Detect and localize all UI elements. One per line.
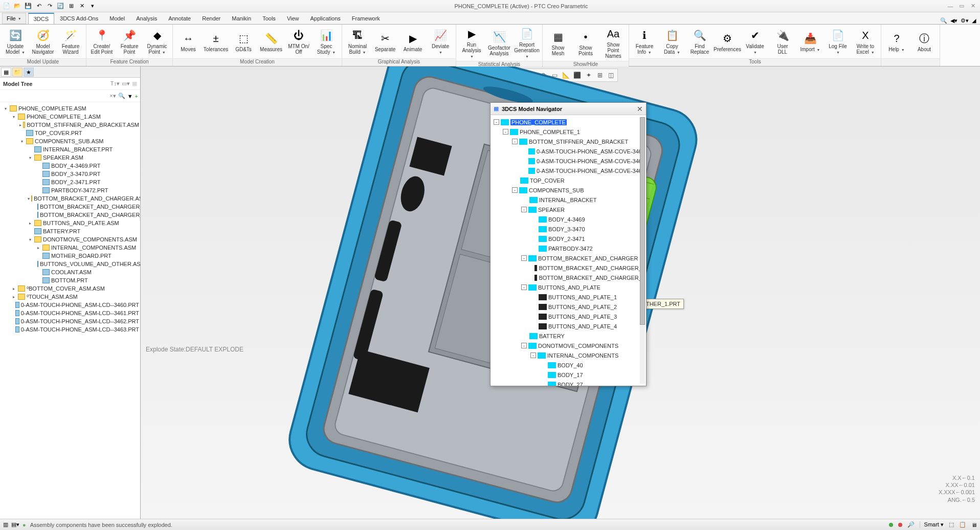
navigator-node[interactable]: BUTTONS_AND_PLATE_2 [492, 302, 645, 312]
ribbon-show-mesh-button[interactable]: ▦ShowMesh [546, 29, 570, 57]
navigator-node[interactable]: BUTTONS_AND_PLATE_1 [492, 292, 645, 302]
tree-node[interactable]: MOTHER_BOARD.PRT [1, 252, 139, 260]
navigator-node[interactable]: INTERNAL_BRACKET [492, 195, 645, 205]
ribbon-update-model-button[interactable]: 🔄UpdateModel ▼ [3, 27, 28, 56]
tree-node[interactable]: ▾BOTTOM_BRACKET_AND_CHARGER.ASM [1, 194, 139, 203]
navigator-node[interactable]: BODY_2-3471 [492, 234, 645, 244]
ribbon-feature-info-button[interactable]: ℹFeatureInfo ▼ [632, 27, 657, 56]
navigator-node[interactable]: 0-ASM-TOUCH-PHONE_ASM-COVE-3465 [492, 156, 645, 166]
selection-filter[interactable]: Smart ▾ [920, 521, 944, 528]
status-screen-icon[interactable]: 🖥 [971, 522, 977, 528]
navigator-node[interactable]: -COMPONENTS_SUB [492, 185, 645, 195]
tree-node[interactable]: 0-ASM-TOUCH-PHONE_ASM-LCD--3461.PRT [1, 309, 139, 317]
undo-icon[interactable]: ↶ [34, 2, 43, 11]
expander-icon[interactable] [36, 278, 41, 283]
tab-analysis[interactable]: Analysis [130, 13, 163, 24]
ribbon-about-button[interactable]: ⓘAbout [912, 30, 937, 53]
nav-expander-icon[interactable]: - [494, 119, 499, 125]
tree-node[interactable]: BUTTONS_VOLUME_AND_OTHER.ASM [1, 260, 139, 268]
tree-node[interactable]: BOTTOM.PRT [1, 276, 139, 284]
ribbon-validate-button[interactable]: ✔Validate ▼ [743, 27, 767, 56]
tree-node[interactable]: BOTTOM_BRACKET_AND_CHARGER_2.PRT [1, 211, 139, 219]
expander-icon[interactable] [36, 163, 41, 168]
navigator-node[interactable]: BODY_27 [492, 380, 645, 386]
tab-model[interactable]: Model [104, 13, 130, 24]
navigator-tree[interactable]: -PHONE_COMPLETE-PHONE_COMPLETE_1-BOTTOM_… [491, 115, 646, 386]
nav-expander-icon[interactable]: - [530, 352, 536, 358]
tree-node[interactable]: 0-ASM-TOUCH-PHONE_ASM-LCD--3462.PRT [1, 317, 139, 325]
navigator-node[interactable]: -PHONE_COMPLETE_1 [492, 127, 645, 137]
tree-node[interactable]: BOTTOM_BRACKET_AND_CHARGER_1.PRT [1, 203, 139, 211]
navigator-node[interactable]: 0-ASM-TOUCH-PHONE_ASM-COVE-3466 [492, 166, 645, 175]
settings-gear-icon[interactable]: ⚙▾ [961, 17, 969, 24]
status-find-icon[interactable]: 🔎 [907, 521, 915, 528]
status-layout-icon[interactable]: ▥ [3, 521, 8, 528]
tree-filter2-icon[interactable]: ▼ [127, 93, 133, 99]
ribbon-mtm-on-off-button[interactable]: ⏻MTM On/Off [286, 27, 311, 56]
tab-view[interactable]: View [281, 13, 305, 24]
tree-node[interactable]: COOLANT.ASM [1, 268, 139, 276]
3dcs-model-navigator-dialog[interactable]: ▦ 3DCS Model Navigator ✕ -PHONE_COMPLETE… [490, 102, 647, 386]
windows-icon[interactable]: ⊞ [66, 2, 76, 11]
tree-node[interactable]: ▸BOTTOM_STIFFNER_AND_BRACKET.ASM [1, 121, 139, 129]
tree-node[interactable]: INTERNAL_BRACKET.PRT [1, 145, 139, 153]
nav-expander-icon[interactable]: - [521, 343, 527, 348]
tree-node[interactable]: ▾PHONE_COMPLETE_1.ASM [1, 113, 139, 121]
ribbon-feature-wizard-button[interactable]: 🪄FeatureWizard [58, 27, 83, 56]
tree-node[interactable]: PARTBODY-3472.PRT [1, 186, 139, 194]
expander-icon[interactable] [36, 253, 41, 258]
navigator-node[interactable]: -INTERNAL_COMPONENTS [492, 350, 645, 360]
expander-icon[interactable] [11, 302, 14, 307]
tree-show-icon[interactable]: ▭▾ [122, 80, 130, 87]
expander-icon[interactable]: ▾ [28, 196, 30, 201]
expander-icon[interactable] [19, 130, 25, 136]
close-win-icon[interactable]: ✕ [77, 2, 86, 11]
nav-expander-icon[interactable]: - [521, 207, 527, 212]
ribbon-log-file-button[interactable]: 📄Log File ▼ [826, 27, 850, 56]
ribbon-separate-button[interactable]: ✂Separate [373, 30, 397, 53]
ribbon-run-analysis-button[interactable]: ▶RunAnalysis ▼ [459, 26, 484, 60]
ribbon-geofactor-analysis-button[interactable]: 📉GeofactorAnalysis [487, 29, 511, 57]
tab-framework[interactable]: Framework [346, 13, 386, 24]
expander-icon[interactable] [28, 147, 33, 152]
expander-icon[interactable]: ▾ [28, 155, 33, 160]
expander-icon[interactable] [36, 171, 41, 176]
nav-expander-icon[interactable]: - [521, 255, 527, 261]
expander-icon[interactable] [36, 188, 41, 193]
new-icon[interactable]: 📄 [2, 2, 11, 11]
navigator-node[interactable]: -DONOTMOVE_COMPONENTS [492, 341, 645, 350]
nav-expander-icon[interactable]: - [512, 139, 518, 144]
tree-binoculars-icon[interactable]: 🔍 [118, 93, 125, 99]
tab-3dcs[interactable]: 3DCS [28, 13, 54, 24]
navigator-node[interactable]: BATTERY [492, 331, 645, 341]
ribbon-import-button[interactable]: 📥Import ▼ [798, 30, 822, 53]
ribbon-animate-button[interactable]: ▶Animate [400, 30, 425, 53]
navigator-node[interactable]: 0-ASM-TOUCH-PHONE_ASM-COVE-3464 [492, 146, 645, 156]
tree-search-input[interactable] [2, 92, 107, 100]
navigator-node[interactable]: BODY_40 [492, 360, 645, 370]
tree-node[interactable]: BODY_4-3469.PRT [1, 162, 139, 170]
ribbon-create-edit-point-button[interactable]: 📍Create/Edit Point [90, 27, 114, 56]
tree-node[interactable]: BODY_3-3470.PRT [1, 170, 139, 178]
ribbon-gd&ts-button[interactable]: ⬚GD&Ts [231, 30, 256, 53]
ribbon-user-dll-button[interactable]: 🔌UserDLL [770, 27, 795, 56]
ribbon-copy-data-button[interactable]: 📋CopyData ▼ [660, 27, 684, 56]
navigator-node[interactable]: BODY_17 [492, 370, 645, 380]
ribbon-show-point-names-button[interactable]: AaShow PointNames [601, 26, 626, 60]
tab-3dcs-add-ons[interactable]: 3DCS Add-Ons [54, 13, 104, 24]
navigator-node[interactable]: BODY_4-3469 [492, 214, 645, 224]
nav-back-icon[interactable]: ◀▾ [950, 17, 957, 24]
navigator-node[interactable]: BODY_3-3470 [492, 224, 645, 234]
minimize-button[interactable]: — [945, 2, 955, 10]
nav-expander-icon[interactable]: - [503, 129, 508, 135]
tree-node[interactable]: ▸⁰TOUCH_ASM.ASM [1, 293, 139, 301]
expander-icon[interactable]: ▸ [36, 245, 41, 250]
tree-tab-folder-icon[interactable]: 📁 [12, 68, 23, 77]
ribbon-moves-button[interactable]: ↔Moves [176, 30, 201, 53]
nav-expander-icon[interactable]: - [521, 284, 527, 290]
tree-tab-favorites-icon[interactable]: ★ [24, 68, 34, 77]
status-geom-icon[interactable]: ⬚ [949, 521, 954, 528]
navigator-node[interactable]: PARTBODY-3472 [492, 244, 645, 253]
tree-node[interactable]: ▾PHONE_COMPLETE.ASM [1, 104, 139, 113]
tree-node[interactable]: ▸BUTTONS_AND_PLATE.ASM [1, 219, 139, 227]
